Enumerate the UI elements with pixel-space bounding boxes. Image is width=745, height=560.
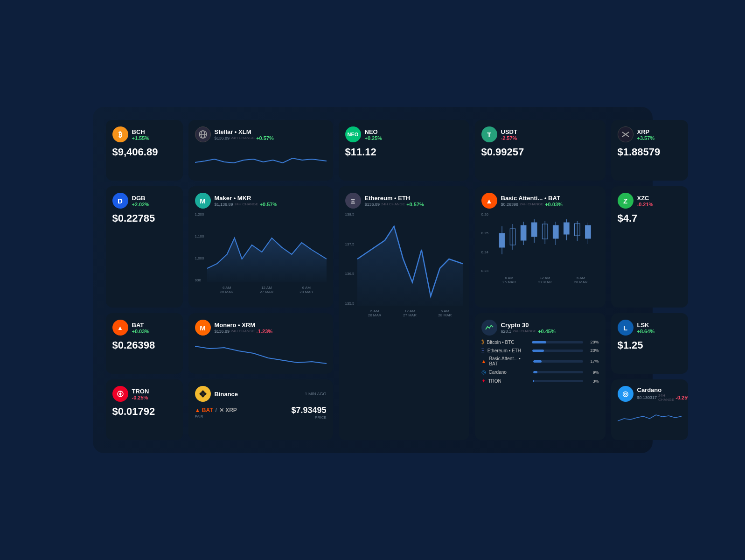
usdt-icon: T: [481, 126, 497, 142]
bat-change: +0.03%: [545, 202, 563, 207]
lsk-price: $1.25: [618, 339, 682, 351]
binance2-pair: ▲ BAT / ✕ XRP: [195, 407, 237, 413]
xrp-name: XRP: [637, 128, 655, 135]
eth-price: $136.89: [365, 202, 380, 207]
crypto30-card: Crypto 30 628.1 24H CHANGE +0.45% ₿ Bitc…: [475, 313, 606, 440]
xzc-name: XZC: [637, 195, 654, 202]
binance2-price-label: PRICE: [291, 415, 326, 420]
crypto30-trx: ✦ TRON 3%: [481, 378, 599, 384]
monero-price: $136.89: [215, 329, 230, 334]
usdt-price: $0.99257: [481, 146, 599, 158]
xrp-change: +3.57%: [637, 135, 655, 141]
maker-chart-area: 1,2001,1001,000900 6 AM26 MAR 12 AM27 M: [195, 212, 327, 294]
maker-24h: 24H CHANGE: [235, 202, 258, 206]
tron-name: TRON: [132, 388, 149, 395]
bat-candle-chart: [491, 212, 599, 273]
cardano-name: Cardano: [637, 386, 688, 393]
xrp-icon: [618, 126, 634, 142]
cardano-icon: ◎: [618, 386, 634, 402]
stellar-change: +0.57%: [256, 135, 274, 141]
usdt-change: -2.57%: [501, 135, 517, 141]
dgb-price: $0.22785: [112, 212, 176, 224]
maker-price: $1,136.89: [215, 202, 233, 207]
lsk-name: LSK: [637, 322, 655, 329]
bat-price: $0.26398: [501, 202, 519, 207]
stellar-24h: 24H CHANGE: [231, 136, 255, 140]
eth-card: Ξ Ethereum • ETH $136.89 24H CHANGE +0.5…: [339, 186, 469, 440]
app-wrapper: ₿ BCH +1.55% $9,406.89 Stellar • XLM $13…: [93, 107, 653, 453]
eth-24h: 24H CHANGE: [381, 202, 405, 206]
binance2-pair-label: PAIR: [195, 414, 237, 419]
neo-icon: NEO: [345, 126, 361, 142]
bat2-name: BAT: [132, 322, 150, 329]
neo-card: NEO NEO +0.25% $11.12: [339, 120, 469, 181]
xzc-card: Z XZC -0.21% $4.7: [611, 186, 688, 308]
cardano-price: $0.130317: [637, 395, 657, 400]
stellar-icon: [195, 126, 211, 142]
maker-card: M Maker • MKR $1,136.89 24H CHANGE +0.57…: [188, 186, 333, 308]
bch-price: $9,406.89: [112, 146, 176, 158]
cardano-card: ◎ Cardano $0.130317 24H CHANGE -0.25%: [611, 379, 688, 440]
binance2-price: $7.93495: [291, 406, 326, 415]
crypto30-items: ₿ Bitcoin • BTC 28% Ξ Ethereum • ETH 23%…: [481, 339, 599, 384]
bat2-icon: ▲: [112, 320, 128, 336]
svg-rect-14: [531, 223, 537, 237]
crypto30-btc: ₿ Bitcoin • BTC 28%: [481, 339, 599, 345]
xzc-price: $4.7: [618, 212, 682, 224]
bat-24h: 24H CHANGE: [520, 202, 543, 206]
maker-name: Maker • MKR: [215, 195, 278, 202]
neo-change: +0.25%: [365, 135, 383, 141]
xzc-icon: Z: [618, 193, 634, 209]
binance2-time: 1 MIN AGO: [305, 392, 326, 396]
svg-rect-18: [553, 225, 559, 238]
maker-icon: M: [195, 193, 211, 209]
usdt-name: USDT: [501, 128, 517, 135]
stellar-chart: [195, 146, 327, 172]
binance2-icon: [195, 386, 211, 402]
bat-name: Basic Attenti... • BAT: [501, 195, 563, 202]
xrp-price: $1.88579: [618, 146, 682, 158]
bat-icon: ▲: [481, 193, 497, 209]
svg-rect-8: [499, 233, 505, 247]
tron-icon: [112, 386, 128, 402]
crypto30-ada: ◎ Cardano 9%: [481, 369, 599, 375]
eth-change: +0.57%: [406, 202, 424, 207]
svg-point-31: [119, 393, 121, 395]
neo-price: $11.12: [345, 146, 463, 158]
lsk-card: L LSK +8.64% $1.25: [611, 313, 688, 374]
monero-change: -1.23%: [256, 329, 272, 334]
crypto30-change: +0.45%: [538, 329, 556, 334]
monero-chart: [195, 339, 327, 365]
tron-change: -0.25%: [132, 395, 149, 400]
stellar-card: Stellar • XLM $136.89 24H CHANGE +0.57%: [188, 120, 333, 181]
neo-name: NEO: [365, 128, 383, 135]
bat2-price: $0.26398: [112, 339, 176, 351]
crypto30-icon: [481, 320, 497, 336]
cardano-change: -0.25%: [675, 395, 688, 400]
bat-chart-area: 0.260.250.240.23: [481, 212, 599, 284]
lsk-icon: L: [618, 320, 634, 336]
bch-icon: ₿: [112, 126, 128, 142]
maker-chart: [207, 212, 327, 282]
crypto30-eth: Ξ Ethereum • ETH 23%: [481, 348, 599, 353]
crypto30-24h: 24H CHANGE: [513, 329, 536, 333]
binance2-card: Binance 1 MIN AGO ▲ BAT / ✕ XRP PAIR $7.…: [188, 379, 333, 440]
xzc-change: -0.21%: [637, 202, 654, 207]
bat2-card: ▲ BAT +0.03% $0.26398: [106, 313, 183, 374]
svg-marker-25: [357, 226, 463, 306]
monero-icon: M: [195, 320, 211, 336]
svg-rect-12: [521, 225, 526, 240]
stellar-name: Stellar • XLM: [215, 128, 274, 135]
svg-rect-20: [564, 223, 570, 234]
svg-rect-24: [585, 225, 591, 238]
eth-chart: [357, 212, 463, 306]
binance2-name: Binance: [215, 391, 238, 398]
eth-chart-area: 138.5137.5136.5135.5 6 AM26 MAR 12 AM27: [345, 212, 463, 317]
crypto30-value: 628.1: [501, 329, 512, 334]
dgb-card: D DGB +2.02% $0.22785: [106, 186, 183, 308]
bch-card: ₿ BCH +1.55% $9,406.89: [106, 120, 183, 181]
bat-card: ▲ Basic Attenti... • BAT $0.26398 24H CH…: [475, 186, 606, 308]
lsk-change: +8.64%: [637, 329, 655, 334]
bat2-change: +0.03%: [132, 329, 150, 334]
cardano-24h: 24H CHANGE: [658, 393, 674, 402]
